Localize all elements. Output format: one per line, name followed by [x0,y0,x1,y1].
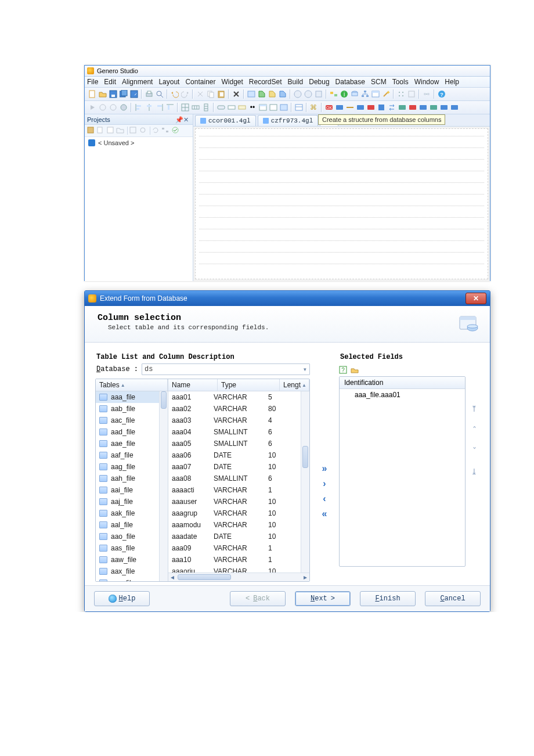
proj-refresh-icon[interactable] [151,126,161,135]
menu-scm[interactable]: SCM [371,78,387,86]
widget-edit-icon[interactable] [227,103,236,112]
table-row[interactable]: aao_file [96,531,160,542]
proj-check-icon[interactable] [171,126,181,135]
selected-header[interactable]: Identification [340,377,465,389]
debug-attach-icon[interactable] [98,103,107,112]
align-left-icon[interactable] [134,103,143,112]
tables-scrollbar[interactable] [159,391,168,581]
paste-icon[interactable] [217,89,226,99]
badge-lo-icon[interactable] [366,103,376,112]
widget-slider-icon[interactable]: •• [248,103,257,112]
align-right-icon[interactable] [155,103,164,112]
link-break-icon[interactable]: ⌘ [309,103,319,112]
undo-icon[interactable] [170,89,179,99]
badge-db-icon[interactable] [398,103,407,112]
search-icon[interactable] [155,89,164,99]
projects-tree[interactable]: < Unsaved > [85,137,193,281]
column-row[interactable]: aaaactiVARCHAR1 [168,484,301,496]
menu-debug[interactable]: Debug [309,78,329,86]
build-back-icon[interactable] [293,89,302,99]
badge-tm-icon[interactable] [408,103,417,112]
badge-dt-icon[interactable] [418,103,428,112]
column-row[interactable]: aaa07DATE10 [168,461,301,473]
grid-dots-icon[interactable] [396,89,406,99]
menu-recordset[interactable]: RecordSet [249,78,282,86]
align-center-icon[interactable] [145,103,154,112]
table-row[interactable]: aaj_file [96,496,160,507]
table-row[interactable]: aay_file [96,577,160,581]
column-row[interactable]: aaa09VARCHAR1 [168,542,301,554]
column-row[interactable]: aaa04SMALLINT6 [168,426,301,438]
print-icon[interactable] [145,89,154,99]
widget-image-icon[interactable] [279,103,288,112]
database-combobox[interactable]: ds ▾ [142,363,310,375]
next-button[interactable]: Next > [295,591,351,606]
proj-add-icon[interactable] [129,126,138,135]
menu-alignment[interactable]: Alignment [122,78,153,86]
menu-tools[interactable]: Tools [392,78,409,86]
widget-button-icon[interactable] [217,103,226,112]
help-button[interactable]: Help [94,591,150,606]
grid-icon[interactable] [181,103,190,112]
column-row[interactable]: aaa05SMALLINT6 [168,438,301,449]
align-top-icon[interactable] [165,103,175,112]
column-row[interactable]: aaa01VARCHAR5 [168,391,301,403]
open-small-icon[interactable] [351,366,359,374]
menu-file[interactable]: File [87,78,98,86]
tag-blue-icon[interactable] [278,89,287,99]
menu-database[interactable]: Database [335,78,365,86]
divider-icon[interactable] [345,103,355,112]
saveas-icon[interactable] [129,89,139,99]
table-row[interactable]: aaa_file [96,391,160,403]
column-row[interactable]: aaamoduVARCHAR10 [168,519,301,531]
column-row[interactable]: aaadateDATE10 [168,531,301,542]
stop-icon[interactable] [119,103,128,112]
tables-header[interactable]: Tables▲ [96,379,168,391]
cancel-button[interactable]: Cancel [425,591,481,606]
column-row[interactable]: aaa08SMALLINT6 [168,473,301,484]
remove-button[interactable]: ‹ [323,494,326,503]
close-panel-icon[interactable]: ✕ [183,116,190,123]
move-top-button[interactable]: ⤒ [471,404,478,413]
tree-icon[interactable] [360,89,370,99]
menu-layout[interactable]: Layout [158,78,179,86]
col-header-length[interactable]: Lengt▲ [280,379,309,391]
debug-detach-icon[interactable] [109,103,118,112]
column-row[interactable]: aaagrupVARCHAR10 [168,507,301,519]
badge-ld-icon[interactable] [439,103,449,112]
tag-yellow-icon[interactable] [268,89,277,99]
hbox-icon[interactable] [191,103,200,112]
tree-node-unsaved[interactable]: < Unsaved > [88,139,189,146]
widget-text-icon[interactable] [269,103,278,112]
snap-icon[interactable] [407,89,416,99]
remove-all-button[interactable]: « [322,509,327,519]
table-row[interactable]: aab_file [96,403,160,415]
menu-edit[interactable]: Edit [104,78,116,86]
column-row[interactable]: aaauserVARCHAR10 [168,496,301,507]
proj-gear-icon[interactable] [139,126,148,135]
table-row[interactable]: aai_file [96,484,160,496]
help-icon[interactable]: ? [437,89,446,99]
menu-window[interactable]: Window [414,78,439,86]
shuffle-icon[interactable] [329,89,338,99]
save-all-icon[interactable] [119,89,128,99]
form-icon[interactable] [247,89,256,99]
back-button[interactable]: < Back [230,591,286,606]
menu-widget[interactable]: Widget [221,78,243,86]
add-all-button[interactable]: » [322,464,327,473]
col-header-type[interactable]: Type [218,379,280,391]
run-icon[interactable] [88,103,97,112]
delete-icon[interactable] [232,89,241,99]
move-bottom-button[interactable]: ⤓ [471,467,478,476]
tab-czfr973[interactable]: czfr973.4gl [258,115,319,126]
db-zoom-icon[interactable] [350,89,359,99]
new-icon[interactable] [88,89,97,99]
redo-icon[interactable] [181,89,190,99]
tables-list[interactable]: Tables▲ aaa_fileaab_fileaac_fileaad_file… [96,379,168,581]
proj-tree-icon[interactable] [161,126,171,135]
proj-copy-icon[interactable] [96,126,106,135]
table-row[interactable]: aaf_file [96,449,160,461]
table-row[interactable]: aaw_file [96,554,160,566]
columns-scrollbar[interactable] [301,391,309,573]
pin-icon[interactable]: 📌 [175,116,182,123]
